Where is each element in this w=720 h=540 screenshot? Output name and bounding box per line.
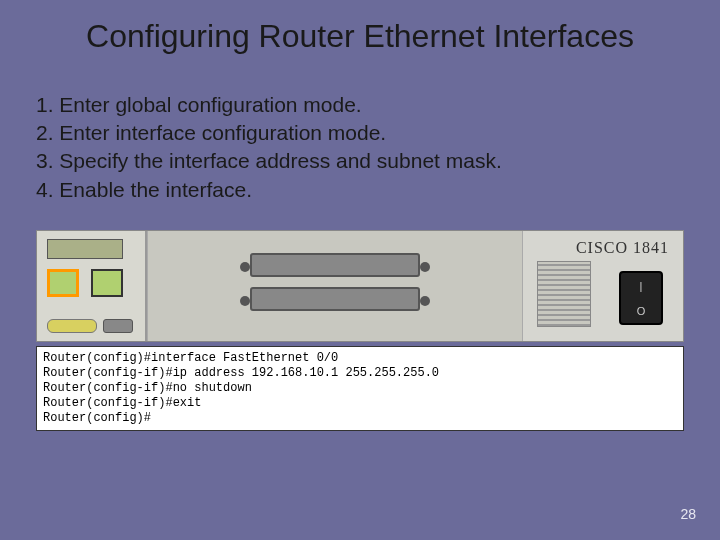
power-on-symbol: | [640, 280, 643, 292]
slide-title: Configuring Router Ethernet Interfaces [0, 0, 720, 63]
step-item: 2. Enter interface configuration mode. [36, 119, 684, 147]
router-top-ports [47, 239, 123, 259]
cli-line: Router(config-if)#ip address 192.168.10.… [43, 366, 677, 381]
step-item: 4. Enable the interface. [36, 176, 684, 204]
cli-line: Router(config)#interface FastEthernet 0/… [43, 351, 677, 366]
serial-slot [250, 253, 420, 277]
serial-slot [250, 287, 420, 311]
router-serial-panel [147, 231, 523, 341]
cli-line: Router(config-if)#exit [43, 396, 677, 411]
step-item: 3. Specify the interface address and sub… [36, 147, 684, 175]
power-off-symbol: O [637, 305, 646, 317]
cli-line: Router(config-if)#no shutdown [43, 381, 677, 396]
step-item: 1. Enter global configuration mode. [36, 91, 684, 119]
router-aux-port [103, 319, 133, 333]
power-switch-icon: | O [619, 271, 663, 325]
router-label-sticker [47, 319, 97, 333]
router-image: CISCO 1841 | O [36, 230, 684, 342]
cli-output: Router(config)#interface FastEthernet 0/… [36, 346, 684, 431]
cli-line: Router(config)# [43, 411, 677, 426]
page-number: 28 [680, 506, 696, 522]
router-right-panel: CISCO 1841 | O [523, 231, 683, 341]
router-vent [537, 261, 591, 327]
router-model-label: CISCO 1841 [576, 239, 669, 257]
ethernet-port [91, 269, 123, 297]
router-ethernet-panel [37, 231, 147, 341]
ethernet-port-highlight [47, 269, 79, 297]
steps-list: 1. Enter global configuration mode. 2. E… [0, 63, 720, 222]
